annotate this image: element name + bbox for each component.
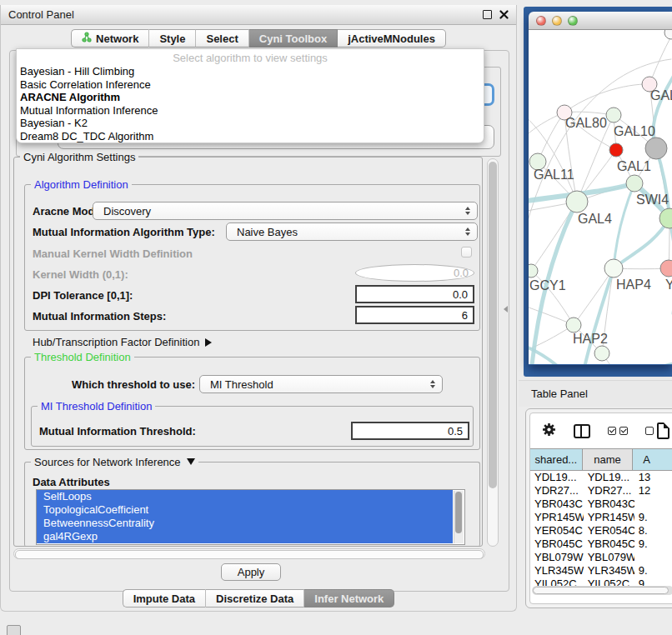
- mi-steps-field[interactable]: 6: [355, 306, 474, 324]
- dropdown-item-basic-correlation-inference[interactable]: Basic Correlation Inference: [17, 78, 484, 92]
- table-row[interactable]: YPR145WYPR145W9.: [530, 511, 672, 524]
- table-cell[interactable]: YER054C: [530, 524, 584, 538]
- table-row[interactable]: YDL19...YDL19...13: [530, 471, 672, 484]
- table-cell[interactable]: YLR345W: [584, 564, 634, 578]
- attribute-item-betweennesscentrality[interactable]: BetweennessCentrality: [37, 517, 453, 530]
- table-cell[interactable]: 12: [634, 484, 672, 498]
- attribute-item-gal4rgexp[interactable]: gal4RGexp: [37, 530, 453, 543]
- close-icon[interactable]: [499, 10, 509, 19]
- table-row[interactable]: YLR345WYLR345W9.: [530, 564, 672, 578]
- aracne-mode-select[interactable]: Discovery: [93, 202, 478, 220]
- table-horizontal-scrollbar[interactable]: [532, 586, 672, 595]
- minimized-window-icon[interactable]: [7, 625, 21, 635]
- scrollbar-thumb[interactable]: [533, 587, 669, 594]
- table-cell[interactable]: YDR27...: [530, 484, 584, 498]
- tab-discretize-data[interactable]: Discretize Data: [206, 589, 304, 608]
- kernel-width-field[interactable]: 0.0: [355, 264, 474, 282]
- node-unlabeled[interactable]: [645, 138, 667, 159]
- column-header-a[interactable]: A: [633, 449, 672, 470]
- node-hap4[interactable]: [604, 259, 623, 278]
- node-unlabeled[interactable]: [664, 30, 672, 39]
- table-cell[interactable]: [634, 551, 672, 564]
- gear-icon[interactable]: [542, 422, 556, 439]
- table-cell[interactable]: YBL079W: [584, 551, 634, 564]
- table-cell[interactable]: YLR345W: [530, 564, 584, 578]
- columns-icon[interactable]: [574, 424, 590, 438]
- tab-style[interactable]: Style: [149, 29, 196, 48]
- table-cell[interactable]: YPR145W: [584, 511, 634, 524]
- scrollbar-thumb[interactable]: [455, 492, 462, 533]
- table-cell[interactable]: YBR045C: [584, 538, 634, 551]
- dropdown-item-bayesian-k2[interactable]: Bayesian - K2: [17, 117, 484, 130]
- table-cell[interactable]: 9.: [634, 564, 672, 578]
- network-canvas[interactable]: GAL7GAL80GAL10GAL1GAL11GAL4SWI4GCY1HAP4Y…: [529, 30, 672, 364]
- tab-select[interactable]: Select: [196, 29, 248, 48]
- table-cell[interactable]: YER054C: [584, 524, 634, 538]
- table-cell[interactable]: YDL19...: [530, 471, 584, 484]
- node-gal4[interactable]: [566, 191, 588, 212]
- node-y[interactable]: [660, 260, 672, 277]
- node-gcy1[interactable]: [529, 264, 538, 278]
- table-cell[interactable]: [634, 498, 672, 511]
- mi-threshold-field[interactable]: 0.5: [351, 422, 469, 440]
- settings-vertical-scrollbar[interactable]: [487, 158, 499, 547]
- dropdown-item-dream8-dc-tdc-algorithm[interactable]: Dream8 DC_TDC Algorithm: [17, 130, 484, 143]
- table-cell[interactable]: 8.: [634, 524, 672, 538]
- node-hap2[interactable]: [566, 318, 581, 332]
- restore-icon[interactable]: [483, 10, 492, 19]
- hub-definition-toggle[interactable]: Hub/Transcription Factor Definition: [33, 336, 212, 348]
- document-icon[interactable]: [657, 422, 669, 439]
- dropdown-item-aracne-algorithm[interactable]: ARACNE Algorithm: [17, 91, 484, 104]
- dropdown-item-mutual-information-inference[interactable]: Mutual Information Inference: [17, 104, 484, 118]
- attributes-scrollbar[interactable]: [454, 491, 464, 543]
- control-panel-titlebar[interactable]: Control Panel: [1, 5, 516, 25]
- table-row[interactable]: YBL079WYBL079W: [530, 551, 672, 564]
- table-cell[interactable]: YBR045C: [530, 538, 584, 551]
- tab-network[interactable]: Network: [71, 29, 149, 48]
- column-header-name[interactable]: name: [583, 449, 633, 470]
- tab-infer-network[interactable]: Infer Network: [304, 589, 394, 608]
- node-label-gal80: GAL80: [565, 116, 607, 130]
- node-unlabeled[interactable]: [594, 346, 609, 361]
- tab-jactivemnodules[interactable]: jActiveMNodules: [338, 29, 446, 48]
- scrollbar-thumb[interactable]: [15, 550, 484, 559]
- node-gal10[interactable]: [606, 108, 621, 122]
- table-cell[interactable]: 9.: [634, 538, 672, 551]
- manual-kernel-checkbox[interactable]: [461, 247, 472, 258]
- table-cell[interactable]: YBR043C: [530, 498, 584, 511]
- table-cell[interactable]: YDL19...: [584, 471, 634, 484]
- dpi-tolerance-field[interactable]: 0.0: [355, 285, 474, 303]
- panel-splitter-arrow-icon[interactable]: [504, 306, 508, 312]
- which-threshold-select[interactable]: MI Threshold: [199, 375, 443, 393]
- table-cell[interactable]: YPR145W: [530, 511, 584, 524]
- table-cell[interactable]: YBL079W: [530, 551, 584, 564]
- table-cell[interactable]: 9.: [634, 511, 672, 524]
- table-row[interactable]: YBR045CYBR045C9.: [530, 538, 672, 551]
- attribute-item-selfloops[interactable]: SelfLoops: [37, 490, 453, 503]
- attribute-item-topologicalcoefficient[interactable]: TopologicalCoefficient: [37, 503, 453, 517]
- network-window-titlebar[interactable]: [529, 12, 672, 30]
- table-cell[interactable]: YDR27...: [584, 484, 634, 498]
- node-gal1[interactable]: [609, 143, 623, 157]
- scrollbar-thumb[interactable]: [489, 162, 497, 488]
- dropdown-item-bayesian-hill-climbing[interactable]: Bayesian - Hill Climbing: [17, 65, 484, 78]
- column-header-shared[interactable]: shared...: [530, 449, 583, 470]
- table-row[interactable]: YBR043CYBR043C: [530, 498, 672, 511]
- zoom-traffic-light-icon[interactable]: [568, 16, 578, 26]
- checked-pair-icon[interactable]: [608, 427, 628, 435]
- sources-toggle[interactable]: Sources for Network Inference: [31, 456, 198, 468]
- table-row[interactable]: YER054CYER054C8.: [530, 524, 672, 538]
- minimize-traffic-light-icon[interactable]: [552, 16, 562, 26]
- close-traffic-light-icon[interactable]: [536, 16, 546, 26]
- tab-cyni-toolbox[interactable]: Cyni Toolbox: [249, 29, 338, 48]
- mi-algorithm-type-select[interactable]: Naive Bayes: [226, 222, 478, 241]
- network-view-window[interactable]: GAL7GAL80GAL10GAL1GAL11GAL4SWI4GCY1HAP4Y…: [529, 12, 672, 365]
- table-cell[interactable]: YBR043C: [584, 498, 634, 511]
- apply-button[interactable]: Apply: [221, 563, 281, 581]
- node-unlabeled[interactable]: [626, 175, 643, 192]
- table-row[interactable]: YDR27...YDR27...12: [530, 484, 672, 498]
- settings-horizontal-scrollbar[interactable]: [13, 548, 485, 559]
- tab-impute-data[interactable]: Impute Data: [123, 589, 206, 608]
- mi-algorithm-type-value: Naive Bayes: [237, 226, 298, 238]
- table-cell[interactable]: 13: [634, 471, 672, 484]
